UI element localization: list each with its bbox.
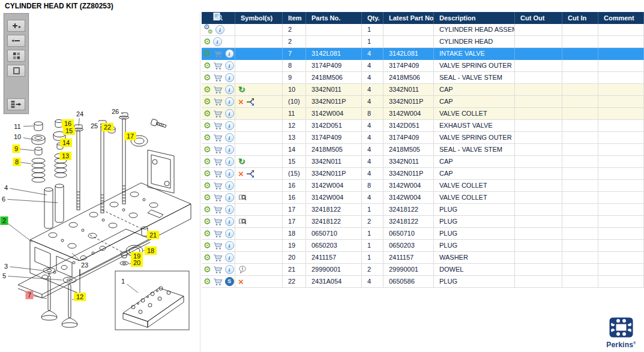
gear-icon[interactable]: ⚙ (203, 182, 211, 189)
gear-icon[interactable]: ⚙ (203, 230, 211, 237)
fit-view-button[interactable] (7, 65, 25, 77)
callout-10[interactable]: 10 (11, 133, 23, 141)
info-icon[interactable]: i (225, 229, 234, 238)
table-row-item-14[interactable]: ⚙i142418M50542418M505SEAL - VALVE STEM (202, 144, 644, 156)
table-row-item-2[interactable]: ⚙⚙i21CYLINDER HEAD ASSEMBLY (202, 24, 644, 36)
cart-icon[interactable] (213, 98, 223, 106)
info-icon[interactable]: i (225, 265, 234, 274)
gear-icon[interactable]: ⚙ (203, 278, 211, 285)
info-icon[interactable]: i (225, 145, 234, 154)
info-icon[interactable]: i (225, 217, 234, 226)
callout-5[interactable]: 5 (1, 272, 8, 280)
gear-icon[interactable]: ⚙ (203, 134, 211, 142)
table-row-item-17[interactable]: ⚙i1732418122132418122PLUG (202, 204, 644, 216)
callout-20[interactable]: 20 (131, 258, 143, 267)
gear-icon[interactable]: ⚙ (203, 98, 211, 106)
gear-icon[interactable]: ⚙ (203, 218, 211, 225)
table-row-item-11[interactable]: ⚙i113142W00483142W004VALVE COLLET (202, 108, 644, 120)
callout-7[interactable]: 7 (26, 291, 34, 299)
callout-17[interactable]: 17 (124, 132, 136, 140)
cart-icon[interactable] (213, 134, 223, 142)
callout-4[interactable]: 4 (2, 183, 10, 192)
info-icon[interactable]: i (213, 37, 222, 46)
callout-18[interactable]: 18 (145, 246, 157, 255)
cart-icon[interactable] (213, 266, 223, 274)
table-row-item-17[interactable]: ⚙i1732418122232418122PLUG (202, 216, 644, 228)
callout-3[interactable]: 3 (2, 262, 10, 270)
info-icon[interactable]: i (225, 121, 234, 130)
table-row-item-16[interactable]: ⚙i163142W00483142W004VALVE COLLET (202, 180, 644, 192)
gear-icon[interactable]: ⚙ (203, 146, 211, 154)
cart-icon[interactable] (213, 194, 223, 202)
table-row-item-2[interactable]: ⚙i21CYLINDER HEAD (202, 36, 644, 48)
table-row-item-18[interactable]: ⚙i18065071010650710PLUG (202, 228, 644, 240)
gear-icon[interactable]: ⚙ (203, 74, 211, 82)
zoom-in-button[interactable] (7, 20, 25, 32)
cart-icon[interactable] (213, 62, 223, 70)
s-badge-icon[interactable]: S (225, 277, 234, 286)
table-row-item-22[interactable]: ⚙Si×222431A05440650586PLUG (202, 276, 644, 288)
table-row-item-13[interactable]: ⚙i133174P40943174P409VALVE SPRING OUTER (202, 132, 644, 144)
table-row-item-20[interactable]: ⚙i20241115712411157WASHER (202, 252, 644, 264)
callout-1[interactable]: 1 (119, 277, 127, 285)
callout-16[interactable]: 16 (62, 119, 74, 128)
callout-14[interactable]: 14 (60, 139, 72, 147)
cart-icon[interactable] (213, 50, 223, 58)
tile-view-button[interactable] (7, 50, 25, 62)
callout-22[interactable]: 22 (101, 123, 113, 131)
callout-9[interactable]: 9 (13, 145, 20, 153)
gear-icon[interactable]: ⚙ (203, 38, 211, 46)
cart-icon[interactable] (213, 182, 223, 190)
cart-icon[interactable] (213, 206, 223, 214)
gear-icon[interactable]: ⚙ (203, 194, 211, 201)
table-row-item-12[interactable]: ⚙i123142D05143142D051EXHAUST VALVE (202, 120, 644, 132)
table-row-item-21[interactable]: ⚙i!2129990001229990001DOWEL (202, 264, 644, 276)
table-row-item-7[interactable]: ⚙i73142L08143142L081INTAKE VALVE (202, 48, 644, 60)
info-icon[interactable]: i (225, 193, 234, 202)
cart-icon[interactable] (213, 218, 223, 226)
info-icon[interactable]: i (215, 25, 224, 34)
cart-icon[interactable] (213, 74, 223, 82)
cart-icon[interactable] (213, 158, 223, 166)
table-row-item-10[interactable]: ⚙i↻103342N01143342N011CAP (202, 84, 644, 96)
gears-icon[interactable]: ⚙⚙ (203, 25, 214, 34)
table-row-item-9[interactable]: ⚙i92418M50642418M506SEAL - VALVE STEM (202, 72, 644, 84)
info-icon[interactable]: i (225, 109, 234, 118)
callout-25[interactable]: 25 (88, 122, 100, 130)
gear-icon[interactable]: ⚙ (203, 62, 211, 70)
gear-icon[interactable]: ⚙ (203, 158, 211, 166)
callout-11[interactable]: 11 (11, 122, 23, 131)
cart-icon[interactable] (213, 242, 223, 250)
info-icon[interactable]: i (225, 241, 234, 250)
gear-icon[interactable]: ⚙ (203, 254, 211, 261)
info-icon[interactable]: i (225, 85, 234, 94)
table-row-item-10[interactable]: ⚙i×(10)3342N011P43342N011PCAP (202, 96, 644, 108)
table-row-item-19[interactable]: ⚙i19065020310650203PLUG (202, 240, 644, 252)
info-icon[interactable]: i (225, 157, 234, 166)
callout-21[interactable]: 21 (147, 231, 159, 239)
callout-24[interactable]: 24 (74, 110, 86, 118)
gear-icon[interactable]: ⚙ (203, 266, 211, 273)
callout-26[interactable]: 26 (109, 107, 121, 116)
gear-icon[interactable]: ⚙ (203, 122, 211, 130)
info-icon[interactable]: i (225, 133, 234, 142)
callout-12[interactable]: 12 (74, 293, 86, 301)
info-icon[interactable]: i (225, 181, 234, 190)
cart-icon[interactable] (213, 254, 223, 262)
callout-23[interactable]: 23 (79, 261, 91, 269)
cart-icon[interactable] (213, 122, 223, 130)
info-icon[interactable]: i (225, 73, 234, 82)
callout-6[interactable]: 6 (0, 195, 8, 203)
table-row-item-8[interactable]: ⚙i83174P40943174P409VALVE SPRING OUTER (202, 60, 644, 72)
callout-13[interactable]: 13 (59, 152, 71, 160)
info-icon[interactable]: i (225, 169, 234, 178)
gear-icon[interactable]: ⚙ (203, 110, 211, 118)
info-icon[interactable]: i (225, 49, 234, 58)
info-icon[interactable]: i (225, 205, 234, 214)
cart-icon[interactable] (213, 230, 223, 238)
gear-icon[interactable]: ⚙ (203, 50, 211, 58)
cart-icon[interactable] (213, 170, 223, 178)
info-icon[interactable]: i (225, 61, 234, 70)
zoom-out-button[interactable] (7, 35, 25, 47)
cart-icon[interactable] (213, 278, 223, 286)
